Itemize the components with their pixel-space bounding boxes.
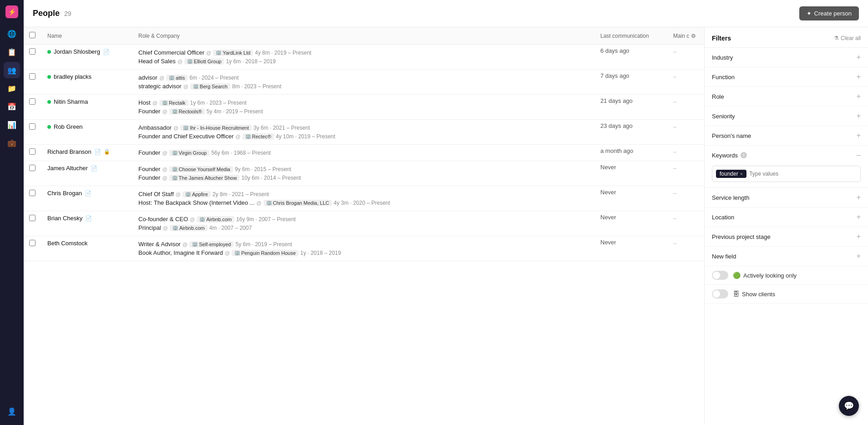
person-name[interactable]: James Altucher📄 — [47, 165, 127, 172]
person-name[interactable]: Jordan Shlosberg📄 — [47, 48, 127, 55]
app-logo[interactable]: ⚡ — [5, 5, 18, 18]
row-checkbox[interactable] — [29, 148, 36, 155]
person-name[interactable]: Nitin Sharma — [47, 98, 127, 105]
person-name[interactable]: Richard Branson📄🔒 — [47, 148, 127, 155]
row-checkbox[interactable] — [29, 215, 36, 221]
company-chip[interactable]: 🏢 Penguin Random House — [232, 250, 299, 256]
person-name[interactable]: Rob Green — [47, 123, 127, 130]
role-title: Founder — [138, 174, 160, 181]
sidebar-icon-clipboard[interactable]: 📋 — [4, 44, 20, 60]
col-header-checkbox — [24, 27, 42, 45]
filter-function-plus: + — [857, 73, 861, 81]
toggle-actively-looking-switch[interactable] — [712, 271, 728, 280]
tenure-text: 4y 8m · 2019 – Present — [255, 50, 311, 56]
role-line: Founder@🏢 Virgin Group56y 6m · 1968 – Pr… — [138, 148, 589, 157]
clear-all-button[interactable]: ⚗ Clear all — [834, 35, 861, 41]
sidebar-icon-chart[interactable]: 📊 — [4, 116, 20, 133]
filter-new-field[interactable]: New field + — [705, 247, 868, 266]
company-chip[interactable]: 🏢 Rectools® — [169, 108, 205, 115]
row-checkbox[interactable] — [29, 165, 36, 171]
filter-function[interactable]: Function + — [705, 67, 868, 87]
create-person-button[interactable]: ✦ Create person — [799, 6, 859, 20]
last-communication: 6 days ago — [595, 45, 668, 70]
sidebar-icon-folder[interactable]: 📁 — [4, 80, 20, 96]
person-name-text: Brian Chesky — [47, 215, 82, 222]
company-chip[interactable]: 🏢 Virgin Group — [169, 150, 210, 156]
toggle-show-clients-switch[interactable] — [712, 289, 728, 299]
select-all-checkbox[interactable] — [29, 32, 36, 38]
filter-seniority[interactable]: Seniority + — [705, 106, 868, 126]
person-name[interactable]: Chris Brogan📄 — [47, 190, 127, 197]
filter-industry[interactable]: Industry + — [705, 48, 868, 67]
doc-icon[interactable]: 📄 — [91, 165, 97, 172]
role-title: advisor — [138, 74, 157, 81]
row-checkbox[interactable] — [29, 190, 36, 196]
row-checkbox-cell — [24, 45, 42, 70]
last-communication: Never — [595, 211, 668, 236]
filter-persons-name[interactable]: Person's name + — [705, 126, 868, 146]
company-chip[interactable]: 🏢 attis — [166, 75, 188, 81]
tenure-text: 4y 10m · 2019 – Present — [276, 133, 335, 140]
filter-location[interactable]: Location + — [705, 207, 868, 227]
doc-icon[interactable]: 📄 — [94, 149, 101, 155]
role-line: Principal@🏢 Airbnb.com4m · 2007 – 2007 — [138, 223, 589, 232]
keyword-type-input[interactable] — [749, 171, 857, 177]
company-chip[interactable]: 🏢 Self-employed — [189, 241, 233, 248]
company-chip[interactable]: 🏢 Airbnb.com — [170, 225, 208, 231]
role-line: Host: The Backpack Show (Internet Video … — [138, 198, 589, 207]
chat-bubble[interactable]: 💬 — [839, 396, 859, 416]
doc-icon[interactable]: 📄 — [103, 49, 110, 55]
person-name-cell: Jordan Shlosberg📄 — [42, 45, 133, 70]
sidebar-icon-briefcase[interactable]: 💼 — [4, 135, 20, 151]
sidebar-icon-calendar[interactable]: 📅 — [4, 98, 20, 115]
at-symbol: @ — [183, 84, 188, 89]
company-icon: 🏢 — [185, 192, 191, 197]
filter-previous-project-stage[interactable]: Previous project stage + — [705, 227, 868, 247]
company-chip[interactable]: 🏢 Berg Search — [190, 83, 230, 90]
role-title: Principal — [138, 224, 161, 231]
person-name[interactable]: Beth Comstock — [47, 240, 127, 247]
person-name[interactable]: Brian Chesky📄 — [47, 215, 127, 222]
role-title: Founder and Chief Executive Officer — [138, 133, 233, 140]
main-contact: – — [668, 70, 704, 95]
col-header-name: Name — [42, 27, 133, 45]
filter-keywords-header[interactable]: Keywords i – — [705, 146, 868, 163]
company-chip[interactable]: 🏢 Rectec® — [243, 133, 274, 140]
company-chip[interactable]: 🏢 Choose Yourself Media — [169, 166, 233, 172]
filter-service-length[interactable]: Service length + — [705, 188, 868, 207]
person-name[interactable]: bradley placks — [47, 73, 127, 80]
tenure-text: 10y 6m · 2014 – Present — [241, 175, 301, 181]
company-chip[interactable]: 🏢 Elliott Group — [184, 58, 224, 65]
row-checkbox[interactable] — [29, 123, 36, 130]
at-symbol: @ — [178, 59, 183, 64]
company-chip[interactable]: 🏢 Chris Brogan Media, LLC — [264, 200, 332, 206]
company-chip[interactable]: 🏢 YardLink Ltd — [213, 50, 253, 56]
person-name-cell: Chris Brogan📄 — [42, 186, 133, 211]
role-title: Book Author, Imagine It Forward — [138, 249, 223, 256]
row-checkbox[interactable] — [29, 98, 36, 105]
sidebar-icon-globe[interactable]: 🌐 — [4, 25, 20, 42]
filter-role[interactable]: Role + — [705, 87, 868, 106]
row-checkbox[interactable] — [29, 73, 36, 80]
role-title: Chief Commercial Officer — [138, 49, 204, 56]
company-icon: 🏢 — [216, 50, 221, 55]
last-communication: 23 days ago — [595, 120, 668, 145]
company-chip[interactable]: 🏢 Appfire — [183, 191, 211, 197]
person-name-cell: James Altucher📄 — [42, 161, 133, 186]
company-chip[interactable]: 🏢 Ihr - In-House Recruitment — [180, 125, 252, 131]
row-checkbox[interactable] — [29, 48, 36, 55]
company-icon: 🏢 — [172, 150, 178, 155]
keyword-chips-container[interactable]: founder × — [712, 166, 861, 182]
row-checkbox-cell — [24, 70, 42, 95]
company-chip[interactable]: 🏢 Rectalk — [159, 100, 188, 106]
sidebar-icon-people[interactable]: 👥 — [4, 62, 20, 78]
keyword-chip-remove[interactable]: × — [740, 171, 743, 177]
role-line: Chief Of Staff@🏢 Appfire2y 8m · 2021 – P… — [138, 190, 589, 198]
company-chip[interactable]: 🏢 The James Altucher Show — [169, 175, 240, 181]
sidebar-icon-user[interactable]: 👤 — [4, 403, 20, 420]
filter-new-field-plus: + — [857, 252, 861, 260]
row-checkbox[interactable] — [29, 240, 36, 246]
doc-icon[interactable]: 📄 — [85, 215, 92, 222]
company-chip[interactable]: 🏢 Airbnb.com — [197, 216, 234, 223]
doc-icon[interactable]: 📄 — [85, 190, 91, 197]
